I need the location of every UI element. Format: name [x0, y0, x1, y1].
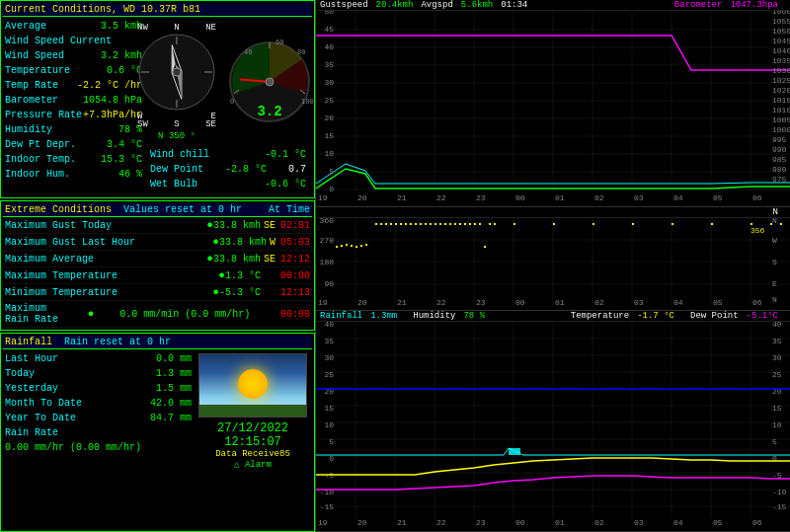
svg-rect-123 — [351, 245, 353, 247]
svg-text:-15: -15 — [320, 502, 335, 511]
indoor-temp-value: 15.3 °C — [101, 153, 142, 166]
svg-rect-139 — [434, 223, 436, 225]
rain-hum-temp-header: Rainfall 1.3mm Humidity 78 % Temperature… — [316, 311, 790, 322]
today-row: Today 1.3 mm — [5, 366, 192, 381]
wind-dir-svg: 19 20 21 22 23 00 01 02 03 04 05 06 360 … — [316, 218, 790, 306]
wind-dir-chart: N — [316, 207, 790, 311]
svg-text:W: W — [772, 236, 777, 245]
time-value: 01:34 — [501, 0, 527, 10]
rain-hum-temp-chart: Rainfall 1.3mm Humidity 78 % Temperature… — [316, 311, 790, 532]
compass-s: S — [174, 119, 179, 129]
svg-text:01: 01 — [555, 518, 565, 526]
pressure-rate-value: +7.3hPa/hr — [83, 109, 142, 121]
svg-text:10: 10 — [324, 420, 334, 429]
temp-rate-value: -2.2 °C /hr — [77, 79, 142, 92]
today-value: 1.3 mm — [156, 367, 192, 380]
svg-text:1050: 1050 — [772, 27, 790, 36]
wind-dir-header: N — [316, 207, 790, 218]
right-panel: Gustspeed 20.4kmh Avgspd 5.6kmh 01:34 Ba… — [316, 0, 790, 532]
compass-bottom-row: SW S SE — [137, 119, 216, 129]
svg-text:356: 356 — [750, 226, 765, 235]
indoor-temp-label: Indoor Temp. — [5, 153, 76, 166]
svg-text:05: 05 — [713, 298, 723, 306]
svg-text:15: 15 — [772, 404, 782, 413]
rain-rate-label: Rain Rate — [5, 426, 58, 439]
max-gust-last-hour-label: Maximum Gust Last Hour — [5, 237, 212, 248]
temp-header-value: -1.7 °C — [637, 311, 674, 321]
gauge-compass-area: NW N NE — [146, 19, 310, 145]
rainfall-image-area: 27/12/2022 12:15:07 Data Receive85 △ Ala… — [194, 349, 312, 474]
max-gust-last-hour-row: Maximum Gust Last Hour ● 33.8 kmh W 05:0… — [3, 234, 312, 251]
svg-rect-135 — [415, 223, 417, 225]
dew-header-label: Dew Point — [690, 311, 739, 321]
current-conditions-section: Current Conditions, WD 10.37R b81 Averag… — [0, 0, 315, 198]
svg-text:1010: 1010 — [772, 106, 790, 114]
max-gust-today-value: 33.8 kmh — [213, 220, 261, 231]
svg-text:20: 20 — [357, 193, 367, 201]
svg-text:19: 19 — [318, 518, 328, 526]
svg-text:975: 975 — [772, 175, 787, 184]
svg-text:1005: 1005 — [772, 115, 790, 124]
svg-text:1040: 1040 — [772, 46, 790, 55]
svg-text:1030: 1030 — [772, 66, 790, 75]
svg-text:01: 01 — [555, 193, 565, 201]
svg-text:21: 21 — [397, 518, 407, 526]
svg-text:40: 40 — [324, 42, 334, 51]
svg-text:1020: 1020 — [772, 86, 790, 95]
wind-chill-label: Wind chill — [150, 148, 209, 161]
svg-text:40: 40 — [244, 48, 252, 56]
svg-rect-152 — [632, 223, 634, 225]
svg-rect-125 — [360, 245, 362, 247]
wind-speed-row: Wind Speed 3.2 kmh — [5, 48, 142, 63]
svg-rect-124 — [356, 246, 357, 248]
svg-text:04: 04 — [673, 193, 683, 201]
dew-header-value: -5.1°C — [747, 311, 778, 321]
svg-text:-15: -15 — [772, 502, 787, 511]
indoor-hum-value: 46 % — [118, 168, 142, 181]
svg-text:40: 40 — [324, 322, 334, 329]
last-hour-value: 0.0 mm — [156, 352, 192, 365]
svg-rect-121 — [341, 245, 343, 247]
wind-speed-label-row: Wind Speed Current — [5, 34, 142, 48]
rain-rate-value: 0.00 mm/hr (0.00 mm/hr) — [5, 441, 141, 454]
svg-rect-127 — [375, 223, 377, 225]
gust-baro-header: Gustspeed 20.4kmh Avgspd 5.6kmh 01:34 Ba… — [316, 0, 790, 11]
gust-label: Gustspeed — [320, 0, 368, 10]
svg-rect-141 — [444, 223, 446, 225]
svg-rect-132 — [400, 223, 402, 225]
extreme-conditions-header: Extreme Conditions Values reset at 0 hr … — [3, 203, 312, 217]
max-rain-time: 00:00 — [276, 309, 310, 320]
svg-text:22: 22 — [436, 193, 446, 201]
year-to-date-label: Year To Date — [5, 412, 76, 424]
svg-rect-154 — [711, 223, 713, 225]
svg-rect-144 — [459, 223, 461, 225]
svg-rect-148 — [479, 223, 481, 225]
min-temp-label: Minimum Temperature — [5, 287, 212, 298]
rain-hum-temp-svg: 19 20 21 22 23 00 01 02 03 04 05 06 40 3… — [316, 322, 790, 526]
indoor-hum-row: Indoor Hum. 46 % — [5, 167, 142, 182]
svg-text:22: 22 — [436, 518, 446, 526]
date-display: 27/12/2022 12:15:07 — [217, 421, 288, 449]
svg-text:35: 35 — [772, 337, 782, 345]
barometer-label: Barometer — [5, 94, 58, 107]
svg-text:00: 00 — [515, 193, 525, 201]
svg-text:00: 00 — [515, 298, 525, 306]
yesterday-label: Yesterday — [5, 382, 58, 395]
svg-text:03: 03 — [634, 298, 644, 306]
max-gust-today-row: Maximum Gust Today ● 33.8 kmh SE 02:01 — [3, 217, 312, 234]
pressure-rate-row: Pressure Rate +7.3hPa/hr — [5, 108, 142, 122]
min-temp-value: -5.3 °C — [219, 287, 261, 298]
cc-right-data: NW N NE — [144, 17, 312, 195]
compass-direction: N 350 ° — [158, 131, 196, 141]
svg-text:0: 0 — [230, 98, 234, 106]
compass-dial — [137, 33, 216, 112]
svg-text:995: 995 — [772, 135, 787, 144]
wet-bulb-value: -0.6 °C — [265, 178, 306, 190]
svg-rect-155 — [750, 223, 752, 225]
dew-point-row: Dew Point -2.8 °C 0.7 — [150, 162, 306, 177]
wind-chill-value: -0.1 °C — [265, 148, 306, 161]
svg-text:04: 04 — [673, 298, 683, 306]
svg-rect-131 — [395, 223, 397, 225]
current-conditions-title: Current Conditions, WD 10.37R b81 — [3, 3, 312, 17]
compass-sw: SW — [137, 119, 148, 129]
